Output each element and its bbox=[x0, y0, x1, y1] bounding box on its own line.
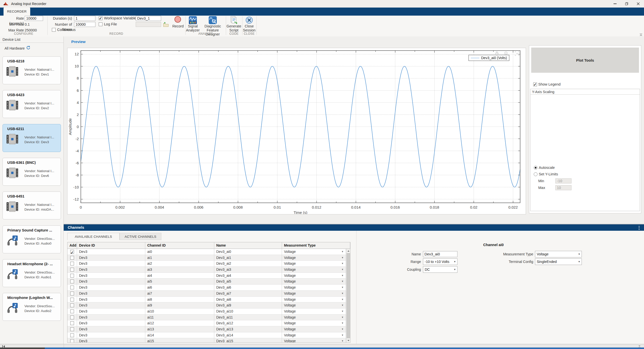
measurement-type-cell[interactable]: Voltage▼ bbox=[282, 315, 346, 321]
workspace-variable-checkbox[interactable] bbox=[99, 16, 102, 20]
svg-text:0.022: 0.022 bbox=[508, 205, 518, 209]
table-row[interactable]: Dev3 ai15 Dev3_ai15 Voltage▼ bbox=[67, 338, 350, 343]
measurement-type-cell[interactable]: Voltage▼ bbox=[282, 291, 346, 297]
table-row[interactable]: Dev3 ai12 Dev3_ai12 Voltage▼ bbox=[67, 320, 350, 326]
measurement-type-cell[interactable]: Voltage▼ bbox=[282, 249, 346, 255]
close-session-label[interactable]: Close Session bbox=[242, 24, 256, 32]
tab-active-channels[interactable]: ACTIVE CHANNELS bbox=[120, 233, 161, 240]
device-card[interactable]: USB-6211 Vendor: National I... Device ID… bbox=[3, 124, 61, 152]
add-checkbox[interactable] bbox=[70, 256, 74, 260]
device-card[interactable]: USB-6423 Vendor: National I... Device ID… bbox=[3, 90, 61, 118]
measurement-type-cell[interactable]: Voltage▼ bbox=[282, 320, 346, 326]
table-row[interactable]: Dev3 ai5 Dev3_ai5 Voltage▼ bbox=[67, 279, 350, 285]
browse-folder-icon[interactable] bbox=[163, 22, 169, 28]
plot-region[interactable]: 00.0020.0040.0060.0080.010.0120.0140.016… bbox=[67, 48, 523, 214]
measurement-type-cell[interactable]: Voltage▼ bbox=[282, 297, 346, 303]
add-checkbox[interactable] bbox=[70, 292, 74, 295]
add-checkbox[interactable] bbox=[70, 286, 74, 289]
measurement-type-cell[interactable]: Voltage▼ bbox=[282, 261, 346, 267]
measurement-type-cell[interactable]: Voltage▼ bbox=[282, 285, 346, 291]
add-checkbox[interactable] bbox=[70, 321, 74, 325]
svg-text:2: 2 bbox=[77, 112, 79, 117]
device-card[interactable]: Microphone (Logitech W... Vendor: Direct… bbox=[3, 293, 61, 321]
table-row[interactable]: Dev3 ai11 Dev3_ai11 Voltage▼ bbox=[67, 315, 350, 321]
table-row[interactable]: Dev3 ai2 Dev3_ai2 Voltage▼ bbox=[67, 261, 350, 267]
restore-view-icon[interactable] bbox=[515, 51, 520, 57]
show-legend-checkbox[interactable] bbox=[533, 83, 537, 86]
add-checkbox[interactable] bbox=[70, 339, 74, 343]
measurement-type-cell[interactable]: Voltage▼ bbox=[282, 267, 346, 273]
measurement-type-cell[interactable]: Voltage▼ bbox=[282, 255, 346, 261]
add-checkbox[interactable] bbox=[70, 316, 74, 319]
channel-id-cell: ai10 bbox=[145, 308, 214, 315]
add-checkbox[interactable] bbox=[70, 333, 74, 337]
signal-analyzer-label[interactable]: Signal Analyzer bbox=[184, 24, 202, 32]
device-card[interactable]: USB-6451 Vendor: National I... Device ID… bbox=[3, 191, 61, 219]
name-cell: Dev3_ai14 bbox=[214, 332, 282, 338]
table-row[interactable]: Dev3 ai14 Dev3_ai14 Voltage▼ bbox=[67, 332, 350, 338]
add-checkbox[interactable] bbox=[70, 274, 74, 278]
table-row[interactable]: Dev3 ai4 Dev3_ai4 Voltage▼ bbox=[67, 273, 350, 279]
scroll-down-icon[interactable] bbox=[346, 338, 350, 342]
add-checkbox[interactable] bbox=[70, 268, 74, 272]
device-card[interactable]: USB-6218 Vendor: National I... Device ID… bbox=[3, 56, 61, 84]
zoom-in-icon[interactable] bbox=[504, 51, 509, 57]
minimize-button[interactable] bbox=[609, 0, 621, 8]
channel-name-input[interactable] bbox=[423, 251, 457, 257]
signal-analyzer-button[interactable] bbox=[189, 16, 197, 25]
table-row[interactable]: Dev3 ai9 Dev3_ai9 Voltage▼ bbox=[67, 302, 350, 308]
close-session-button[interactable] bbox=[245, 16, 253, 25]
table-row[interactable]: Dev3 ai10 Dev3_ai10 Voltage▼ bbox=[67, 308, 350, 315]
table-row[interactable]: Dev3 ai1 Dev3_ai1 Voltage▼ bbox=[67, 255, 350, 261]
add-checkbox[interactable] bbox=[70, 327, 74, 331]
device-card[interactable]: Primary Sound Capture ... Vendor: Direct… bbox=[3, 225, 61, 253]
add-cell bbox=[67, 302, 77, 308]
scrollbar-thumb[interactable] bbox=[347, 253, 350, 338]
add-checkbox[interactable] bbox=[70, 298, 74, 301]
table-row[interactable]: Dev3 ai8 Dev3_ai8 Voltage▼ bbox=[67, 297, 350, 303]
measurement-type-cell[interactable]: Voltage▼ bbox=[282, 302, 346, 308]
measurement-type-cell[interactable]: Voltage▼ bbox=[282, 273, 346, 279]
pan-icon[interactable] bbox=[494, 51, 500, 57]
table-row[interactable]: Dev3 ai7 Dev3_ai7 Voltage▼ bbox=[67, 291, 350, 297]
terminal-config-select[interactable]: SingleEnded▼ bbox=[535, 258, 582, 265]
measurement-type-cell[interactable]: Voltage▼ bbox=[282, 279, 346, 285]
add-checkbox[interactable] bbox=[70, 250, 74, 254]
set-y-limits-radio[interactable] bbox=[534, 172, 538, 176]
add-checkbox[interactable] bbox=[70, 280, 74, 283]
range-select[interactable]: -10 to +10 Volts▼ bbox=[423, 258, 457, 265]
add-checkbox[interactable] bbox=[70, 309, 74, 313]
rate-input[interactable] bbox=[25, 16, 43, 21]
close-window-button[interactable] bbox=[632, 0, 644, 8]
device-card[interactable]: Headset Microphone (2- ... Vendor: Direc… bbox=[3, 259, 61, 287]
measurement-type-select[interactable]: Voltage▼ bbox=[535, 251, 582, 257]
measurement-type-cell[interactable]: Voltage▼ bbox=[282, 308, 346, 315]
measurement-type-cell[interactable]: Voltage▼ bbox=[282, 332, 346, 338]
record-button[interactable] bbox=[174, 16, 181, 23]
measurement-type-cell[interactable]: Voltage▼ bbox=[282, 326, 346, 332]
table-row[interactable]: Dev3 ai6 Dev3_ai6 Voltage▼ bbox=[67, 285, 350, 291]
panel-grip-icon[interactable] bbox=[639, 226, 639, 227]
tab-recorder[interactable]: RECORDER bbox=[4, 8, 30, 16]
diagnostic-feature-designer-button[interactable] bbox=[209, 16, 217, 25]
table-row[interactable]: Dev3 ai13 Dev3_ai13 Voltage▼ bbox=[67, 326, 350, 332]
table-row[interactable]: Dev3 ai0 Dev3_ai0 Voltage▼ bbox=[67, 249, 350, 255]
tab-available-channels[interactable]: AVAILABLE CHANNELS bbox=[67, 233, 120, 240]
log-file-checkbox[interactable] bbox=[99, 22, 102, 26]
generate-script-label[interactable]: Generate Script bbox=[225, 24, 243, 32]
table-row[interactable]: Dev3 ai3 Dev3_ai3 Voltage▼ bbox=[67, 267, 350, 273]
add-checkbox[interactable] bbox=[70, 262, 74, 265]
coupling-select[interactable]: DC▼ bbox=[423, 266, 457, 273]
autoscale-radio[interactable] bbox=[534, 166, 538, 170]
measurement-type-cell[interactable]: Voltage▼ bbox=[282, 338, 346, 343]
duration-input[interactable] bbox=[74, 16, 95, 21]
scroll-up-icon[interactable] bbox=[346, 249, 350, 253]
continuous-checkbox[interactable] bbox=[52, 28, 56, 32]
restore-button[interactable] bbox=[621, 0, 632, 8]
table-scrollbar[interactable] bbox=[346, 249, 350, 342]
device-card[interactable]: USB-6361 (BNC) Vendor: National I... Dev… bbox=[3, 158, 61, 186]
workspace-variable-input[interactable] bbox=[136, 16, 161, 21]
add-checkbox[interactable] bbox=[70, 303, 74, 307]
number-of-scans-input[interactable] bbox=[74, 22, 95, 27]
generate-script-button[interactable] bbox=[230, 16, 238, 25]
